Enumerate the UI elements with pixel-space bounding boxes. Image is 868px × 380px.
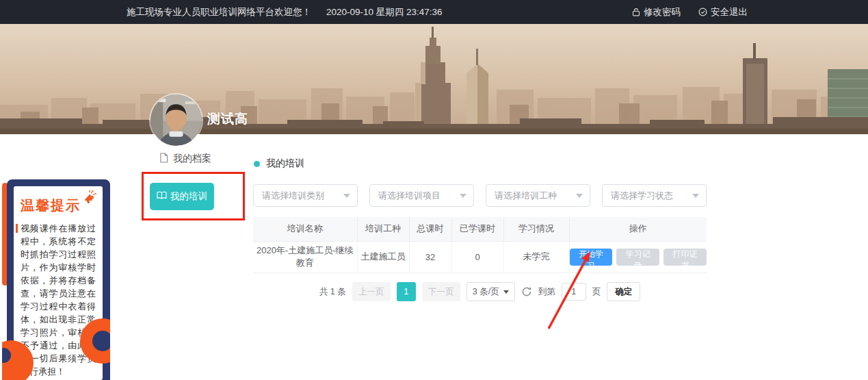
col-header-actions: 操作 [569, 217, 707, 241]
logout-label: 安全退出 [711, 6, 748, 18]
goto-prefix-label: 到第 [538, 286, 555, 298]
tips-body: 视频课件在播放过程中，系统将不定时抓拍学习过程照片，作为审核学时依据，并将存档备… [21, 222, 96, 378]
sidebar-item-archive-label: 我的档案 [173, 153, 211, 165]
training-table: 培训名称 培训工种 总课时 已学课时 学习情况 操作 2020年-土建施工员-继… [253, 217, 707, 273]
page-size-label: 3 条/页 [473, 286, 499, 298]
section-title: 我的培训 [266, 157, 304, 170]
change-password-link[interactable]: 修改密码 [632, 6, 681, 18]
cell-learned-hours: 0 [451, 241, 503, 273]
col-header-learned-hours: 已学课时 [451, 217, 503, 241]
col-header-total-hours: 总课时 [409, 217, 451, 241]
megaphone-icon [82, 190, 97, 207]
table-header-row: 培训名称 培训工种 总课时 已学课时 学习情况 操作 [253, 217, 707, 241]
caret-down-icon [343, 194, 350, 198]
cell-status: 未学完 [503, 241, 569, 273]
col-header-trade: 培训工种 [357, 217, 409, 241]
document-icon [159, 153, 168, 165]
topbar: 施工现场专业人员职业培训网络平台欢迎您！ 2020-09-10 星期四 23:4… [0, 0, 868, 24]
filter-select-status[interactable]: 请选择学习状态 [602, 184, 707, 207]
tips-panel: 温馨提示 [2, 175, 110, 380]
annotation-box [142, 172, 245, 220]
caret-down-icon [576, 194, 583, 198]
filter-placeholder: 请选择培训项目 [378, 190, 440, 202]
user-name: 测试高 [207, 110, 248, 128]
filter-select-project[interactable]: 请选择培训项目 [369, 184, 474, 207]
filter-placeholder: 请选择培训类别 [262, 190, 324, 202]
tips-title: 温馨提示 [21, 198, 81, 213]
cell-trade: 土建施工员 [357, 241, 409, 273]
lock-icon [632, 8, 640, 16]
next-page-button[interactable]: 下一页 [422, 282, 460, 301]
shield-check-icon [698, 8, 707, 16]
goto-suffix-label: 页 [592, 286, 601, 298]
goto-page-input[interactable] [562, 283, 586, 301]
avatar [150, 94, 202, 146]
page: 施工现场专业人员职业培训网络平台欢迎您！ 2020-09-10 星期四 23:4… [0, 0, 868, 380]
prev-page-button[interactable]: 上一页 [352, 282, 391, 301]
col-header-status: 学习情况 [503, 217, 569, 241]
page-number-button[interactable]: 1 [397, 282, 416, 301]
city-skyline-illustration [0, 24, 868, 134]
page-size-select[interactable]: 3 条/页 [466, 282, 515, 301]
refresh-icon[interactable] [521, 286, 532, 297]
filter-placeholder: 请选择培训工种 [495, 190, 557, 202]
change-password-label: 修改密码 [644, 6, 681, 18]
bullet-icon [254, 161, 260, 167]
filter-select-trade[interactable]: 请选择培训工种 [486, 184, 590, 207]
cell-total-hours: 32 [409, 241, 451, 273]
start-learning-button[interactable]: 开始学习 [570, 249, 613, 266]
tips-card: 温馨提示 [14, 186, 103, 380]
learning-record-button[interactable]: 学习记录 [616, 249, 659, 266]
sidebar-item-archive[interactable]: 我的档案 [159, 153, 211, 165]
datetime-text: 2020-09-10 星期四 23:47:36 [326, 6, 443, 18]
cell-actions: 开始学习 学习记录 打印证书 [569, 241, 707, 273]
confirm-button[interactable]: 确定 [607, 282, 640, 301]
col-header-name: 培训名称 [253, 217, 357, 241]
cell-training-name: 2020年-土建施工员-继续教育 [253, 241, 357, 273]
filter-select-category[interactable]: 请选择培训类别 [253, 184, 358, 207]
pagination: 共 1 条 上一页 1 下一页 3 条/页 到第 页 确定 [253, 282, 707, 301]
welcome-text: 施工现场专业人员职业培训网络平台欢迎您！ [127, 6, 311, 18]
caret-down-icon [692, 194, 699, 198]
caret-down-icon [503, 290, 509, 294]
banner-image [0, 24, 868, 134]
logout-link[interactable]: 安全退出 [698, 6, 748, 18]
section-header: 我的培训 [254, 157, 304, 170]
caret-down-icon [460, 194, 466, 198]
print-certificate-button[interactable]: 打印证书 [663, 249, 707, 266]
pagination-total: 共 1 条 [319, 286, 346, 298]
filter-placeholder: 请选择学习状态 [611, 190, 673, 202]
table-row: 2020年-土建施工员-继续教育 土建施工员 32 0 未学完 开始学习 学习记… [253, 241, 707, 273]
